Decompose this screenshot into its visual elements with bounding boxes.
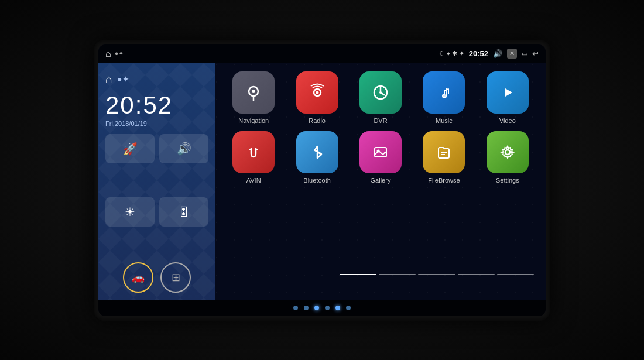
filebrowse-label: FileBrowse xyxy=(428,177,460,184)
app-grid: Navigation Radio DVR xyxy=(225,71,536,184)
status-icon-1: ●✦ xyxy=(115,50,124,57)
car-surround: ⌂ ●✦ ☾ ♦ ✱ ✦ 20:52 🔊 ✕ ▭ ↩ ⌂ xyxy=(0,0,644,360)
scroll-bar-4 xyxy=(458,274,495,275)
video-label: Video xyxy=(499,117,516,124)
app-avin[interactable]: AVIN xyxy=(225,131,282,184)
dvr-label: DVR xyxy=(374,117,387,124)
status-right-area: ☾ ♦ ✱ ✦ 20:52 🔊 ✕ ▭ ↩ xyxy=(439,49,539,59)
app-filebrowse[interactable]: FileBrowse xyxy=(415,131,472,184)
avin-icon-img xyxy=(232,131,275,173)
dvr-icon-img xyxy=(359,71,402,114)
navigation-icon-img xyxy=(232,71,275,114)
volume-icon[interactable]: 🔊 xyxy=(493,49,502,58)
scroll-bar-1 xyxy=(340,274,376,275)
main-area: ⌂ ●✦ 20:52 Fri,2018/01/19 🚀 🔊 ☀ 🎛 xyxy=(98,63,546,300)
dot-6 xyxy=(346,306,351,310)
brightness-button[interactable]: ☀ xyxy=(105,197,155,227)
dot-2 xyxy=(304,306,309,310)
screen-bottom xyxy=(98,300,546,316)
settings-label: Settings xyxy=(496,177,519,184)
app-radio[interactable]: Radio xyxy=(288,71,345,124)
app-bluetooth[interactable]: Bluetooth xyxy=(288,131,345,184)
svg-point-15 xyxy=(505,150,510,155)
svg-marker-8 xyxy=(505,88,512,97)
bluetooth-icon-img xyxy=(296,131,338,173)
status-bar: ⌂ ●✦ ☾ ♦ ✱ ✦ 20:52 🔊 ✕ ▭ ↩ xyxy=(98,44,546,63)
clock-display: 20:52 Fri,2018/01/19 xyxy=(105,93,208,127)
app-gallery[interactable]: Gallery xyxy=(352,131,409,184)
bluetooth-label: Bluetooth xyxy=(303,177,330,184)
radio-label: Radio xyxy=(309,117,326,124)
app-dvr[interactable]: DVR xyxy=(352,71,409,124)
svg-point-1 xyxy=(252,90,255,93)
settings-icon-img xyxy=(487,131,529,173)
music-icon-img xyxy=(423,71,465,114)
video-icon-img xyxy=(487,71,529,114)
back-icon[interactable]: ↩ xyxy=(532,49,539,58)
status-left-icons: ⌂ ●✦ xyxy=(105,49,124,59)
dot-5 xyxy=(335,306,340,310)
quick-controls: 🚀 🔊 ☀ 🎛 xyxy=(105,134,208,256)
close-icon[interactable]: ✕ xyxy=(507,49,517,59)
gallery-icon-img xyxy=(359,131,402,173)
notification-icons: ☾ ♦ ✱ ✦ xyxy=(439,50,464,57)
scroll-bar-2 xyxy=(379,274,416,275)
bottom-controls: 🚗 ⊞ xyxy=(105,256,208,293)
car-button[interactable]: 🚗 xyxy=(123,262,153,293)
app-music[interactable]: Music xyxy=(415,71,472,124)
home-nav-icon[interactable]: ⌂ xyxy=(105,73,112,86)
dot-1 xyxy=(293,306,298,310)
home-icon[interactable]: ⌂ xyxy=(105,49,111,59)
music-label: Music xyxy=(436,117,453,124)
scroll-indicator xyxy=(340,274,534,275)
app-grid-area: Navigation Radio DVR xyxy=(215,63,546,300)
clock-time: 20:52 xyxy=(105,93,208,118)
equalizer-button[interactable]: 🎛 xyxy=(159,197,208,227)
scroll-bar-3 xyxy=(418,274,455,275)
gallery-label: Gallery xyxy=(371,177,391,184)
svg-point-6 xyxy=(379,91,382,94)
app-video[interactable]: Video xyxy=(479,71,536,124)
radio-icon-img xyxy=(296,71,338,114)
status-time: 20:52 xyxy=(469,49,488,58)
navigation-label: Navigation xyxy=(238,117,269,124)
app-settings[interactable]: Settings xyxy=(479,131,536,184)
nav-bar: ⌂ ●✦ xyxy=(105,70,208,88)
rocket-button[interactable]: 🚀 xyxy=(105,134,155,163)
screen: ⌂ ●✦ ☾ ♦ ✱ ✦ 20:52 🔊 ✕ ▭ ↩ ⌂ xyxy=(98,44,546,316)
filebrowse-icon-img xyxy=(423,131,465,173)
clock-date: Fri,2018/01/19 xyxy=(105,120,208,127)
screen-bezel: ⌂ ●✦ ☾ ♦ ✱ ✦ 20:52 🔊 ✕ ▭ ↩ ⌂ xyxy=(94,40,550,321)
apps-icon[interactable]: ●✦ xyxy=(117,74,129,84)
dot-4 xyxy=(325,306,330,310)
dot-3 xyxy=(314,306,319,310)
svg-point-4 xyxy=(316,91,318,94)
volume-button[interactable]: 🔊 xyxy=(159,134,208,163)
left-panel: ⌂ ●✦ 20:52 Fri,2018/01/19 🚀 🔊 ☀ 🎛 xyxy=(98,63,215,300)
avin-label: AVIN xyxy=(246,177,261,184)
svg-point-7 xyxy=(443,94,446,98)
grid-button[interactable]: ⊞ xyxy=(160,262,191,293)
app-navigation[interactable]: Navigation xyxy=(225,71,282,124)
window-icon[interactable]: ▭ xyxy=(522,50,527,57)
scroll-bar-5 xyxy=(497,274,534,275)
